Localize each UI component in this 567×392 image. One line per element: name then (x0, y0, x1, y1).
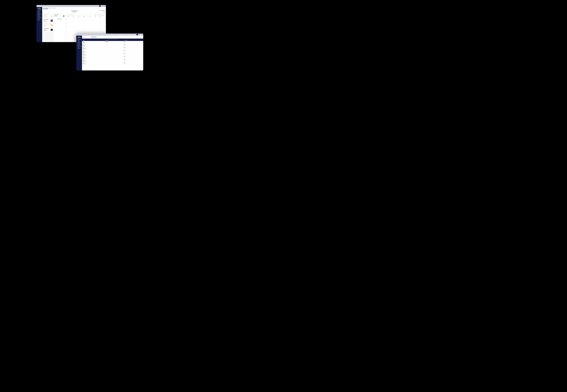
time-label: 14:00 (65, 38, 67, 42)
search-label: Search Clients ... (83, 36, 86, 36)
svg-rect-17 (77, 46, 77, 46)
calendar-row[interactable] (67, 17, 105, 21)
sidebar-item-dashboard[interactable]: Dashboard (76, 39, 82, 40)
card-title: Return Debits (54, 14, 64, 15)
chevron-down-icon[interactable]: ▾ (74, 14, 75, 15)
column-status[interactable]: Client Status (124, 40, 142, 41)
sidebar-item-calendar[interactable]: Calendar (37, 13, 42, 14)
card-loaded-policies[interactable]: Loaded Policies Today : 0 Month To Date … (43, 28, 53, 32)
card-active-policies[interactable]: Active Policies Today : 0 Month To Date … (43, 18, 53, 23)
column-general[interactable]: General (83, 40, 106, 41)
sidebar-item-reports[interactable]: Reports (37, 16, 42, 17)
svg-point-10 (52, 15, 52, 16)
dashboard-tabs: Sales Dashboard Management Dashboard (42, 7, 106, 9)
sidebar-item-label: Finance (78, 43, 80, 44)
svg-rect-20 (77, 48, 77, 49)
brand-logo: finch (37, 7, 42, 10)
table-row[interactable]: Name:Mr Max JohnstonID NumberStatusInact… (82, 62, 143, 65)
table-row[interactable]: Name:Mr W JohnsonID Number970120****083S… (82, 44, 143, 47)
svg-rect-14 (77, 42, 77, 42)
sidebar-item-users[interactable]: Users (76, 47, 82, 48)
group-hint[interactable]: Drag a column header here to group its c… (82, 39, 143, 40)
theme-toggle[interactable] (99, 5, 101, 7)
calendar-view-agenda[interactable]: Agenda (102, 14, 105, 15)
card-active-clients[interactable]: Active Clients Today : 0 Month To Date :… (43, 14, 53, 18)
time-label: 12:00 (65, 30, 67, 34)
svg-rect-8 (104, 12, 105, 12)
table-row[interactable]: Name:Mr SJJ JohnsonID Number262012****18… (82, 53, 143, 56)
table-row[interactable]: Name:Mr PH JohnsonID Number82110****080S… (82, 56, 143, 59)
wallet-icon (77, 43, 77, 44)
map-icon (37, 17, 38, 18)
sidebar-item-calendar[interactable]: Calendar (76, 41, 82, 42)
sidebar-item-label: Dashboard (38, 10, 41, 11)
new-client-button[interactable]: New Client (91, 36, 97, 38)
svg-point-12 (77, 39, 77, 40)
sidebar-item-field-mapping[interactable]: Field Mapping (37, 17, 42, 18)
calendar-row[interactable] (67, 25, 105, 29)
logout-icon[interactable] (104, 5, 105, 7)
sidebar-item-clients[interactable]: Clients (76, 40, 82, 41)
calendar-icon[interactable] (104, 12, 105, 13)
sidebar-item-task-boards[interactable]: Task Boards (76, 42, 82, 43)
sidebar-item-label: Tutorials (38, 19, 40, 20)
calendar-toolbar: ‹ › June 23 - 29, 2024 ▾ Today Week Mont… (65, 14, 105, 16)
svg-rect-16 (77, 44, 77, 44)
sidebar-item-field-mapping[interactable]: Field Mapping (76, 46, 82, 47)
sidebar-item-label: Users (78, 47, 79, 48)
calendar-row[interactable] (67, 29, 105, 33)
sidebar-item-tutorials[interactable]: Tutorials (37, 19, 42, 20)
table-row[interactable]: Name:Miss NY WebleyID Number870410****08… (82, 47, 143, 50)
map-icon (77, 46, 77, 46)
sidebar-item-finance[interactable]: Finance (76, 43, 82, 44)
eye-icon[interactable]: 👁 (63, 16, 64, 16)
tab-management-dashboard[interactable]: Management Dashboard (49, 7, 56, 9)
new-client-label: New Client (93, 37, 96, 37)
sidebar-item-label: Task Boards (38, 14, 41, 14)
bell-icon[interactable] (139, 34, 140, 35)
svg-rect-15 (77, 42, 77, 43)
gauge-icon (77, 39, 77, 40)
table-header: General Contact Info Client Status (82, 40, 143, 41)
sidebar-item-label: Dashboard (78, 39, 81, 40)
card-cancelled-policies[interactable]: Cancelled Policies Today : Month To Date… (43, 23, 53, 27)
user-icon (37, 12, 38, 12)
logout-icon[interactable] (141, 34, 142, 35)
file-icon (51, 20, 53, 22)
card-return-debits[interactable]: Return Debits Today : 0 Month To Date : … (54, 14, 65, 17)
brand-text: finch (38, 8, 41, 10)
filter-icon[interactable] (104, 40, 105, 41)
calendar-next-button[interactable]: › (68, 14, 69, 15)
users-icon (37, 18, 38, 19)
sidebar-item-label: Field Mapping (78, 46, 81, 46)
table-row[interactable]: Name:Ms N JohnsID Number881****080Contac… (82, 41, 143, 44)
theme-toggle[interactable] (137, 34, 138, 35)
metric-cards-column: Active Clients Today : 0 Month To Date :… (43, 14, 53, 42)
sidebar-item-finance[interactable]: Finance (37, 15, 42, 16)
calendar-prev-button[interactable]: ‹ (66, 14, 67, 15)
svg-rect-2 (37, 13, 38, 13)
sidebar-item-users[interactable]: Users (37, 18, 42, 19)
calendar-view-week[interactable]: Week (97, 14, 99, 15)
calendar-icon (77, 41, 77, 42)
day-header: Thu27 (89, 16, 95, 17)
sidebar-item-reports[interactable]: Reports (76, 44, 82, 46)
sidebar-item-dashboard[interactable]: Dashboard (37, 10, 42, 11)
card-underwriters: Top 5 Underwriters Personal Lines ● Affi… (54, 17, 65, 42)
table-row[interactable]: Name:Ms T JohnsID Number630611****086Sta… (82, 59, 143, 62)
sidebar-item-label: Calendar (38, 13, 40, 13)
calendar-view-today[interactable]: Today (94, 14, 97, 15)
time-label: 09:00 (65, 19, 67, 23)
bell-icon[interactable] (102, 5, 103, 7)
tab-sales-dashboard[interactable]: Sales Dashboard (43, 7, 48, 9)
table-row[interactable]: Name:BJ JohnsonID Number971225034187Stat… (82, 50, 143, 53)
calendar-row[interactable] (67, 21, 105, 25)
sidebar-item-tutorials[interactable]: Tutorials (76, 48, 82, 49)
calendar-range[interactable]: June 23 - 29, 2024 (69, 14, 74, 15)
sidebar-item-task-boards[interactable]: Task Boards (37, 14, 42, 15)
time-label: 13:00 (65, 34, 67, 38)
calendar-view-month[interactable]: Month (99, 14, 102, 15)
column-contact[interactable]: Contact Info (106, 40, 124, 41)
search-icon[interactable] (89, 36, 90, 37)
sidebar-item-clients[interactable]: Clients (37, 11, 42, 13)
